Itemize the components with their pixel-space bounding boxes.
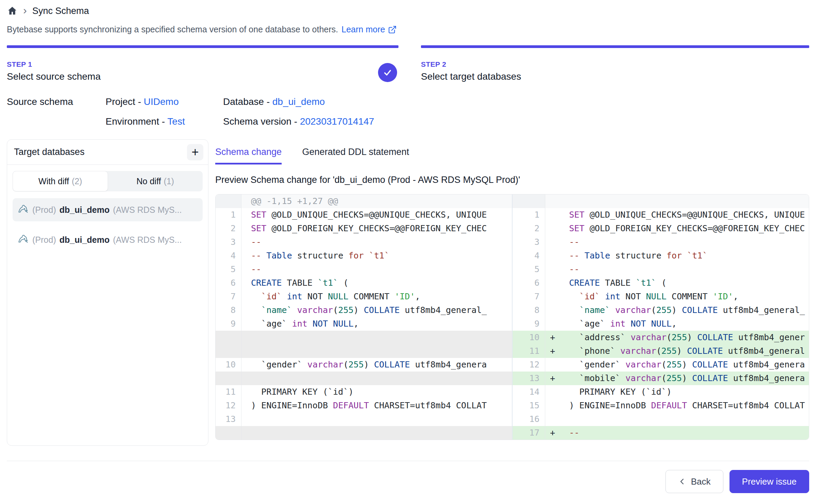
diff-line-number (216, 194, 241, 208)
environment-link[interactable]: Test (168, 116, 185, 127)
diff-line-number: 2 (216, 222, 241, 235)
tab-schema-change[interactable]: Schema change (215, 147, 282, 164)
diff-line-number (216, 372, 241, 385)
database-environment: (Prod) (32, 235, 56, 245)
project-link[interactable]: UIDemo (144, 96, 179, 107)
step-1-progress-bar (7, 45, 398, 48)
diff-line-number: 7 (216, 290, 241, 303)
diff-row: 7 `id` int NOT NULL COMMENT 'ID', (216, 290, 512, 303)
diff-line-code: -- (241, 235, 512, 249)
target-databases-title: Target databases (14, 147, 84, 157)
schema-version-link[interactable]: 20230317014147 (300, 116, 374, 127)
diff-line-number: 8 (513, 303, 545, 317)
diff-row: 12 `gender` varchar(255) COLLATE utf8mb4… (513, 358, 809, 372)
diff-row: 11 PRIMARY KEY (`id`) (216, 385, 512, 399)
target-databases-body: With diff (2) No diff (1) (Prod) db_ui_d… (7, 165, 208, 257)
diff-line-code: SET @OLD_FOREIGN_KEY_CHECKS=@@FOREIGN_KE… (241, 222, 512, 235)
source-version: Schema version - 20230317014147 (223, 116, 398, 127)
diff-row (216, 426, 512, 440)
diff-row: 11+ `phone` varchar(255) COLLATE utf8mb4… (513, 344, 809, 358)
diff-line-number: 3 (513, 235, 545, 249)
diff-line-code: -- Table structure for `t1` (241, 249, 512, 263)
preview-issue-button[interactable]: Preview issue (729, 470, 809, 493)
diff-row: 2SET @OLD_FOREIGN_KEY_CHECKS=@@FOREIGN_K… (216, 222, 512, 235)
diff-line-code: @@ -1,15 +1,27 @@ (241, 194, 512, 208)
source-schema-label: Source schema (7, 96, 106, 107)
diff-row: 3-- (513, 235, 809, 249)
diff-line-number: 5 (216, 263, 241, 276)
diff-line-number: 4 (513, 249, 545, 263)
diff-line-number (216, 426, 241, 440)
external-link-icon (388, 25, 397, 34)
source-schema-summary: Source schema Project - UIDemo Database … (7, 96, 398, 127)
chevron-left-icon (678, 477, 686, 486)
diff-row: 1SET @OLD_UNIQUE_CHECKS=@@UNIQUE_CHECKS,… (513, 208, 809, 222)
diff-line-code (241, 426, 512, 440)
database-link[interactable]: db_ui_demo (272, 96, 325, 107)
no-diff-count: (1) (164, 176, 174, 186)
diff-line-number: 13 (216, 412, 241, 426)
step-complete-icon (378, 63, 397, 82)
diff-line-number (513, 194, 545, 208)
diff-line-code: + `mobile` varchar(255) COLLATE utf8mb4_… (545, 372, 809, 385)
diff-line-code: ) ENGINE=InnoDB DEFAULT CHARSET=utf8mb4 … (545, 399, 809, 412)
diff-pane-left: @@ -1,15 +1,27 @@1SET @OLD_UNIQUE_CHECKS… (216, 194, 513, 440)
diff-line-number: 11 (513, 344, 545, 358)
step-1-label: STEP 1 (7, 60, 398, 68)
diff-line-code: + `phone` varchar(255) COLLATE utf8mb4_g… (545, 344, 809, 358)
add-target-database-button[interactable]: + (187, 144, 203, 160)
diff-add-sign: + (550, 331, 569, 344)
diff-line-number: 13 (513, 372, 545, 385)
step-1-title: Select source schema (7, 71, 398, 82)
diff-add-sign: + (550, 344, 569, 358)
breadcrumb: › Sync Schema (7, 5, 809, 16)
diff-row: 9 `age` int NOT NULL, (513, 317, 809, 331)
footer-divider (7, 461, 809, 461)
diff-line-number: 14 (513, 385, 545, 399)
page-title: Sync Schema (32, 6, 89, 16)
diff-line-number (216, 344, 241, 358)
diff-row: 8 `name` varchar(255) COLLATE utf8mb4_ge… (513, 303, 809, 317)
steps: STEP 1 Select source schema Source schem… (7, 45, 809, 127)
database-list-item[interactable]: (Prod) db_ui_demo (AWS RDS MyS... (13, 198, 203, 221)
description-text: Bytebase supports synchronizing a specif… (7, 25, 338, 34)
diff-row: 4-- Table structure for `t1` (513, 249, 809, 263)
chevron-right-icon: › (23, 5, 27, 16)
diff-line-number: 10 (513, 331, 545, 344)
source-database: Database - db_ui_demo (223, 96, 398, 107)
diff-row (216, 372, 512, 385)
diff-line-code: -- (241, 263, 512, 276)
step-2-label: STEP 2 (421, 60, 809, 68)
diff-line-number: 12 (513, 358, 545, 372)
diff-row: 1SET @OLD_UNIQUE_CHECKS=@@UNIQUE_CHECKS,… (216, 208, 512, 222)
diff-line-code (241, 344, 512, 358)
tab-generated-ddl[interactable]: Generated DDL statement (302, 147, 409, 164)
diff-line-code: PRIMARY KEY (`id`) (545, 385, 809, 399)
diff-line-code: CREATE TABLE `t1` ( (545, 276, 809, 290)
learn-more-link[interactable]: Learn more (342, 25, 397, 34)
diff-line-code: `age` int NOT NULL, (545, 317, 809, 331)
diff-line-number: 10 (216, 358, 241, 372)
diff-row: 14 PRIMARY KEY (`id`) (513, 385, 809, 399)
diff-line-code: `id` int NOT NULL COMMENT 'ID', (241, 290, 512, 303)
diff-row: 9 `age` int NOT NULL, (216, 317, 512, 331)
source-project: Project - UIDemo (106, 96, 223, 107)
diff-row: 7 `id` int NOT NULL COMMENT 'ID', (513, 290, 809, 303)
diff-pane-right: 1SET @OLD_UNIQUE_CHECKS=@@UNIQUE_CHECKS,… (513, 194, 809, 440)
database-name: db_ui_demo (59, 235, 109, 245)
diff-row: 12) ENGINE=InnoDB DEFAULT CHARSET=utf8mb… (216, 399, 512, 412)
database-list-item[interactable]: (Prod) db_ui_demo (AWS RDS MyS... (13, 228, 203, 251)
footer-actions: Back Preview issue (7, 470, 809, 493)
diff-filter-tabs: With diff (2) No diff (1) (13, 171, 203, 191)
diff-line-number: 9 (216, 317, 241, 331)
back-button[interactable]: Back (665, 470, 723, 493)
home-icon[interactable] (7, 5, 18, 16)
diff-line-code: `gender` varchar(255) COLLATE utf8mb4_ge… (241, 358, 512, 372)
diff-line-code: -- (545, 235, 809, 249)
tab-with-diff[interactable]: With diff (2) (13, 171, 108, 191)
tab-no-diff[interactable]: No diff (1) (108, 171, 203, 191)
diff-add-sign: + (550, 426, 569, 440)
source-environment: Environment - Test (106, 116, 223, 127)
preview-column: Schema change Generated DDL statement Pr… (215, 139, 809, 446)
diff-line-number (216, 331, 241, 344)
